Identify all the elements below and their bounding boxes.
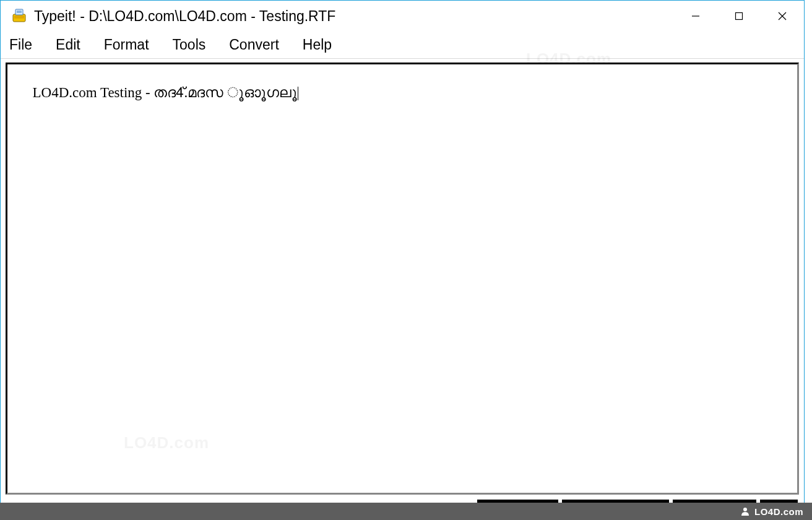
svg-rect-6 xyxy=(736,13,743,20)
text-cursor xyxy=(298,87,298,100)
watermark-bar: LO4D.com xyxy=(0,503,812,520)
svg-rect-1 xyxy=(14,15,24,19)
watermark-icon xyxy=(740,506,751,517)
menu-edit[interactable]: Edit xyxy=(56,37,80,53)
svg-point-9 xyxy=(743,508,747,511)
menu-convert[interactable]: Convert xyxy=(229,37,279,53)
text-editor[interactable]: LO4D.com Testing - തദ4്.മദസ ൂഓൂഗലൂ xyxy=(6,63,799,495)
maximize-button[interactable] xyxy=(717,1,761,32)
menu-bar: File Edit Format Tools Convert Help xyxy=(1,32,804,59)
menu-tools[interactable]: Tools xyxy=(173,37,206,53)
menu-file[interactable]: File xyxy=(9,37,32,53)
title-bar: Typeit! - D:\LO4D.com\LO4D.com - Testing… xyxy=(1,1,804,32)
menu-format[interactable]: Format xyxy=(104,37,149,53)
watermark-text: LO4D.com xyxy=(754,506,803,517)
editor-container: LO4D.com Testing - തദ4്.മദസ ൂഓൂഗലൂ xyxy=(1,59,804,496)
app-window: Typeit! - D:\LO4D.com\LO4D.com - Testing… xyxy=(0,0,805,520)
app-icon xyxy=(11,7,28,25)
menu-help[interactable]: Help xyxy=(303,37,332,53)
window-title: Typeit! - D:\LO4D.com\LO4D.com - Testing… xyxy=(34,8,335,25)
window-controls xyxy=(674,1,804,32)
close-button[interactable] xyxy=(761,1,804,32)
minimize-button[interactable] xyxy=(674,1,717,32)
editor-content: LO4D.com Testing - തദ4്.മദസ ൂഓൂഗലൂ xyxy=(33,85,298,100)
